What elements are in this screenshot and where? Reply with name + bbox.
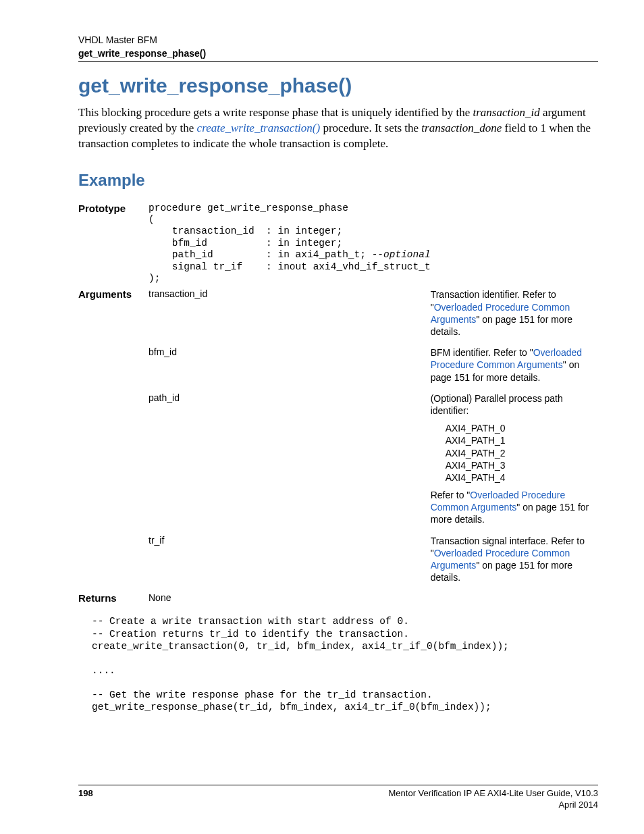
arg-path-refer: Refer to "Overloaded Procedure Common Ar… bbox=[431, 489, 598, 526]
arg-bfm-id-row: bfm_id BFM identifier. Refer to "Overloa… bbox=[78, 344, 598, 390]
intro-post1: procedure. It sets the bbox=[320, 122, 421, 134]
arg-path-id-row: path_id (Optional) Parallel process path… bbox=[78, 390, 598, 533]
page-title: get_write_response_phase() bbox=[78, 74, 598, 97]
section-example: Example bbox=[78, 171, 598, 190]
page-number: 198 bbox=[78, 788, 93, 811]
arguments-label: Arguments bbox=[78, 286, 149, 344]
definition-table: Prototype procedure get_write_response_p… bbox=[78, 201, 598, 606]
arg-name-transaction-id: transaction_id bbox=[149, 286, 431, 344]
prototype-cell: procedure get_write_response_phase ( tra… bbox=[149, 201, 431, 287]
prototype-label: Prototype bbox=[78, 201, 149, 287]
path-4: AXI4_PATH_4 bbox=[446, 471, 598, 484]
arg-name-path-id: path_id bbox=[149, 390, 431, 533]
returns-label: Returns bbox=[78, 590, 149, 606]
header-rule bbox=[78, 61, 598, 62]
returns-value: None bbox=[149, 590, 431, 606]
intro-arg-italic: transaction_id bbox=[473, 106, 539, 119]
intro-paragraph: This blocking procedure gets a write res… bbox=[78, 105, 598, 152]
header-top: VHDL Master BFM bbox=[78, 34, 598, 47]
example-code: -- Create a write transaction with start… bbox=[92, 615, 598, 713]
arg-desc-bfm-id: BFM identifier. Refer to "Overloaded Pro… bbox=[431, 344, 598, 390]
footer: 198 Mentor Verification IP AE AXI4-Lite … bbox=[78, 785, 598, 811]
arg-path-pre: (Optional) Parallel process path identif… bbox=[431, 392, 598, 417]
arg-transaction-id-row: Arguments transaction_id Transaction ide… bbox=[78, 286, 598, 344]
arg-path-refer-pre: Refer to " bbox=[431, 490, 471, 500]
footer-right: Mentor Verification IP AE AXI4-Lite User… bbox=[389, 788, 598, 811]
arg-name-tr-if: tr_if bbox=[149, 533, 431, 591]
header-sub: get_write_response_phase() bbox=[78, 48, 598, 59]
arg-name-bfm-id: bfm_id bbox=[149, 344, 431, 390]
arg-tr-if-row: tr_if Transaction signal interface. Refe… bbox=[78, 533, 598, 591]
returns-row: Returns None bbox=[78, 590, 598, 606]
path-list: AXI4_PATH_0 AXI4_PATH_1 AXI4_PATH_2 AXI4… bbox=[446, 417, 598, 489]
create-write-transaction-link[interactable]: create_write_transaction() bbox=[197, 122, 321, 134]
path-3: AXI4_PATH_3 bbox=[446, 459, 598, 471]
prototype-row: Prototype procedure get_write_response_p… bbox=[78, 201, 598, 287]
footer-guide: Mentor Verification IP AE AXI4-Lite User… bbox=[389, 788, 598, 800]
prototype-code: procedure get_write_response_phase ( tra… bbox=[149, 203, 431, 285]
arg-desc-tr-if: Transaction signal interface. Refer to "… bbox=[431, 533, 598, 591]
intro-pre: This blocking procedure gets a write res… bbox=[78, 106, 473, 119]
arg-desc-transaction-id: Transaction identifier. Refer to "Overlo… bbox=[431, 286, 598, 344]
path-1: AXI4_PATH_1 bbox=[446, 434, 598, 446]
page: VHDL Master BFM get_write_response_phase… bbox=[0, 0, 644, 834]
path-0: AXI4_PATH_0 bbox=[446, 422, 598, 434]
intro-done-italic: transaction_done bbox=[421, 122, 502, 134]
footer-date: April 2014 bbox=[389, 800, 598, 811]
arg-bfm-pre: BFM identifier. Refer to " bbox=[431, 347, 533, 358]
arg-desc-path-id: (Optional) Parallel process path identif… bbox=[431, 390, 598, 533]
path-2: AXI4_PATH_2 bbox=[446, 447, 598, 459]
